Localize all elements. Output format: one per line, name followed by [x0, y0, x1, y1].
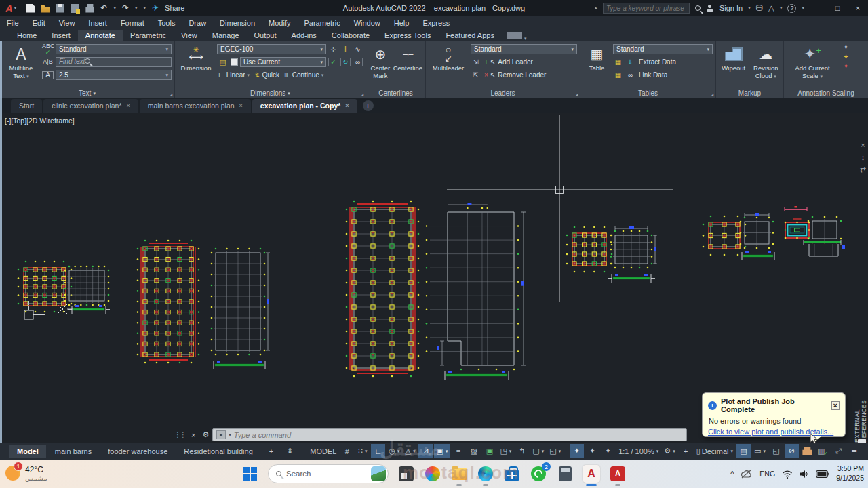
search-highlight-image[interactable] — [371, 466, 386, 481]
quick-properties-toggle[interactable]: ▤ — [736, 444, 751, 458]
customization-button[interactable]: ≣ — [847, 444, 861, 458]
annoscale-sync-icon[interactable]: ✦ — [841, 43, 851, 51]
menu-draw[interactable]: Draw — [182, 16, 213, 30]
clean-screen-button[interactable]: ⤢ — [831, 444, 846, 458]
selection-cycling-toggle[interactable]: ▣ — [482, 444, 496, 458]
external-references-tab[interactable]: EXTERNAL REFERENCES — [854, 378, 867, 443]
maximize-button[interactable]: □ — [830, 4, 845, 12]
ribbon-tab-home[interactable]: Home — [9, 30, 44, 41]
menu-window[interactable]: Window — [347, 16, 387, 30]
new-layout-button[interactable]: + — [262, 445, 281, 458]
ribbon-tab-parametric[interactable]: Parametric — [123, 30, 174, 41]
find-search-icon[interactable] — [85, 58, 90, 64]
command-caret-icon[interactable]: ▾ — [229, 432, 231, 438]
leaders-panel-expander-icon[interactable]: ◢ — [576, 93, 578, 97]
find-text-input[interactable]: Find text — [56, 57, 172, 67]
menu-express[interactable]: Express — [416, 16, 456, 30]
ribbon-tab-collaborate[interactable]: Collaborate — [324, 30, 377, 41]
palette-swap-icon[interactable]: ⇄ — [860, 165, 866, 174]
command-grip-handle[interactable]: ⋮⋮ — [172, 431, 188, 439]
autodesk-caret-icon[interactable]: ▾ — [780, 5, 783, 11]
app-store-cart-icon[interactable]: ⛁ — [756, 3, 763, 13]
revision-cloud-button[interactable]: ☁ Revision Cloud ▾ — [751, 43, 781, 79]
mleader-style-select[interactable]: Standard▾ — [471, 44, 577, 54]
command-line[interactable]: ▸ ▾ — [212, 428, 687, 441]
annoscale-delete-icon[interactable]: ✦ — [841, 62, 851, 70]
file-tab-excavation-plan-copy[interactable]: excavation plan - Copy*× — [252, 99, 357, 113]
palette-close-icon[interactable]: × — [860, 141, 866, 149]
minimize-button[interactable]: — — [810, 4, 825, 12]
transparency-toggle[interactable]: ▨ — [467, 444, 481, 458]
file-tab-close-icon[interactable]: × — [127, 102, 130, 109]
ribbon-tab-add-ins[interactable]: Add-ins — [284, 30, 324, 41]
add-leader-button[interactable]: +↖Add Leader — [483, 58, 534, 66]
layout-tab-model[interactable]: Model — [9, 445, 46, 458]
search-icon[interactable] — [695, 5, 701, 11]
graphics-performance-toggle[interactable]: ▥✓ — [816, 444, 830, 458]
leaders-panel-label[interactable]: Leaders — [426, 88, 580, 98]
3d-object-snap-toggle[interactable]: ◳▾ — [498, 444, 513, 458]
speaker-icon[interactable] — [800, 470, 809, 479]
dim-adjust-space-icon[interactable]: I — [340, 45, 351, 53]
annotation-scale-button[interactable]: 1:1 / 100%▾ — [616, 444, 660, 458]
text-height-select[interactable]: 2.5▾ — [56, 70, 172, 80]
command-customize-icon[interactable]: ⚙ — [199, 430, 212, 439]
menu-file[interactable]: File — [0, 16, 26, 30]
taskbar-acrobat[interactable]: A — [609, 465, 627, 483]
undo-caret-icon[interactable]: ▾ — [113, 5, 116, 11]
layout-tab-fooder-warehouse[interactable]: fooder warehouse — [100, 445, 175, 458]
tables-panel-expander-icon[interactable]: ◢ — [711, 93, 714, 97]
menu-modify[interactable]: Modify — [262, 16, 297, 30]
save-as-icon[interactable] — [71, 4, 79, 13]
autoscale-toggle[interactable]: ✦ — [585, 444, 599, 458]
dimensions-panel-label[interactable]: Dimensions▾ — [175, 88, 366, 98]
taskbar-search[interactable]: Search — [268, 464, 389, 483]
snap-mode-toggle[interactable]: ∷▾ — [355, 444, 370, 458]
share-icon[interactable]: ✈ — [152, 3, 159, 13]
gizmo-toggle[interactable]: ◱▾ — [547, 444, 563, 458]
layout-tab-main-barns[interactable]: main barns — [47, 445, 99, 458]
menu-tools[interactable]: Tools — [151, 16, 182, 30]
dim-style-select[interactable]: EGEC-100▾ — [217, 44, 326, 54]
text-panel-expander-icon[interactable]: ◢ — [170, 93, 173, 97]
grid-display-toggle[interactable]: # — [340, 444, 354, 458]
linear-dimension-button[interactable]: ⊢Linear▾ — [217, 71, 251, 79]
menu-dimension[interactable]: Dimension — [213, 16, 262, 30]
continue-dimension-button[interactable]: ⊪Continue▾ — [283, 71, 325, 79]
taskbar-autocad[interactable]: A — [583, 465, 600, 483]
add-current-scale-button[interactable]: ✦+ Add Current Scale ▾ — [787, 43, 838, 79]
annotation-visibility-toggle[interactable]: ✦ — [570, 444, 584, 458]
notification-close-button[interactable]: × — [831, 401, 840, 410]
plot-details-button[interactable] — [800, 444, 814, 458]
file-tab-close-icon[interactable]: × — [239, 102, 243, 109]
dim-layer-select[interactable]: Use Current▾ — [240, 57, 326, 67]
customize-plus-button[interactable]: + — [679, 444, 693, 458]
ribbon-tab-featured-apps[interactable]: Featured Apps — [438, 30, 502, 41]
dimensions-panel-expander-icon[interactable]: ◢ — [361, 93, 364, 97]
dim-update-icon[interactable]: ✓ — [328, 58, 338, 66]
ribbon-tab-annotate[interactable]: Annotate — [78, 30, 123, 41]
link-data-button[interactable]: Link Data — [637, 71, 669, 79]
clock[interactable]: 3:50 PM 9/1/2025 — [836, 464, 864, 483]
menu-insert[interactable]: Insert — [81, 16, 114, 30]
ribbon-extra-caret-icon[interactable]: ▾ — [524, 36, 527, 41]
extract-data-icon1[interactable]: ▦ — [613, 58, 623, 66]
sign-in-caret-icon[interactable]: ▾ — [748, 5, 751, 11]
menu-help[interactable]: Help — [387, 16, 416, 30]
lock-ui-button[interactable]: ▭▾ — [752, 444, 768, 458]
command-close-icon[interactable]: × — [188, 431, 199, 439]
start-button[interactable] — [241, 465, 259, 483]
onedrive-icon[interactable] — [741, 469, 753, 479]
leader-align-icon[interactable]: ⇲ — [471, 58, 481, 66]
tables-panel-label[interactable]: Tables — [580, 88, 715, 98]
search-collapse-icon[interactable]: ▸ — [595, 5, 597, 11]
remove-leader-button[interactable]: ×↖Remove Leader — [483, 71, 547, 79]
table-style-select[interactable]: Standard▾ — [613, 44, 713, 54]
ribbon-tab-view[interactable]: View — [174, 30, 205, 41]
quick-dimension-button[interactable]: ↯Quick — [253, 71, 281, 79]
wipeout-button[interactable]: Wipeout — [719, 43, 749, 73]
redo-icon[interactable]: ↷ — [122, 3, 129, 13]
wifi-icon[interactable] — [782, 470, 793, 479]
taskbar-whatsapp[interactable]: 2 — [530, 465, 547, 483]
workspace-switching-button[interactable]: ⚙▾ — [662, 444, 677, 458]
